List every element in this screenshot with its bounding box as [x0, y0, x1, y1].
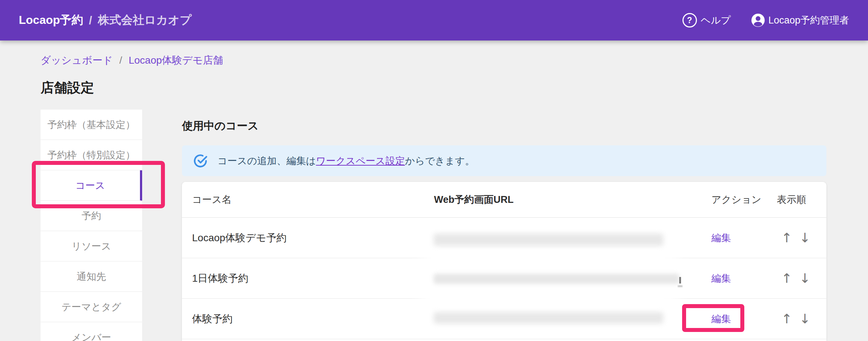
breadcrumb-separator: /	[119, 55, 122, 66]
breadcrumb-store-link[interactable]: Locaop体験デモ店舗	[129, 54, 223, 67]
table-row: 1日体験予約 編集 ↑ ↓	[182, 258, 826, 299]
table-row: 体験予約 編集 ↑ ↓	[182, 299, 826, 339]
edit-link-row-2[interactable]: 編集	[711, 273, 731, 284]
arrow-up-icon[interactable]: ↑	[781, 231, 792, 244]
column-header-course-name: コース名	[182, 193, 434, 206]
store-settings-nav: 予約枠（基本設定） 予約枠（特別設定） コース 予約 リソース 通知先 テーマと…	[41, 110, 142, 341]
user-name-label: Locaop予約管理者	[768, 14, 849, 27]
sidebar-item-reservation[interactable]: 予約	[41, 201, 142, 231]
info-banner: コースの追加、編集はワークスペース設定からできます。	[182, 145, 826, 176]
page-title: 店舗設定	[41, 79, 94, 97]
workspace-settings-link[interactable]: ワークスペース設定	[316, 155, 405, 166]
account-circle-icon	[751, 13, 765, 27]
user-menu-button[interactable]: Locaop予約管理者	[751, 13, 849, 27]
arrow-up-icon[interactable]: ↑	[781, 272, 792, 285]
arrow-up-icon[interactable]: ↑	[781, 312, 792, 325]
column-header-url: Web予約画面URL	[434, 193, 711, 206]
course-name: 1日体験予約	[182, 272, 434, 285]
column-header-action: アクション	[711, 193, 777, 206]
sidebar-item-theme-tags[interactable]: テーマとタグ	[41, 292, 142, 322]
edit-link-row-1[interactable]: 編集	[711, 233, 731, 243]
breadcrumb: ダッシュボード / Locaop体験デモ店舗	[41, 54, 223, 67]
sidebar-item-member[interactable]: メンバー	[41, 322, 142, 341]
section-heading: 使用中のコース	[182, 119, 259, 133]
edit-link-row-3[interactable]: 編集	[711, 314, 731, 324]
breadcrumb-dashboard-link[interactable]: ダッシュボード	[41, 54, 113, 67]
column-header-order: 表示順	[777, 193, 826, 206]
course-name: Locaop体験デモ予約	[182, 231, 434, 245]
check-circle-icon	[193, 153, 208, 169]
app-title: Locaop予約	[19, 12, 83, 28]
course-name: 体験予約	[182, 312, 434, 326]
app-header: Locaop予約 / 株式会社ロカオプ ? ヘルプ Locaop予約管理者	[0, 0, 868, 41]
course-table-card: コース名 Web予約画面URL アクション 表示順 Locaop体験デモ予約 編…	[182, 182, 826, 341]
brand-separator: /	[89, 14, 92, 27]
header-actions: ? ヘルプ Locaop予約管理者	[682, 13, 850, 27]
sidebar-item-resource[interactable]: リソース	[41, 231, 142, 261]
banner-text: コースの追加、編集はワークスペース設定からできます。	[217, 154, 475, 167]
sidebar-item-course[interactable]: コース	[41, 170, 142, 201]
sidebar-item-booking-slots-basic[interactable]: 予約枠（基本設定）	[41, 110, 142, 140]
arrow-down-icon[interactable]: ↓	[799, 272, 810, 285]
sidebar-item-booking-slots-special[interactable]: 予約枠（特別設定）	[41, 140, 142, 170]
arrow-down-icon[interactable]: ↓	[799, 312, 810, 325]
app-brand: Locaop予約 / 株式会社ロカオプ	[19, 12, 192, 28]
workspace-name: 株式会社ロカオプ	[98, 12, 192, 28]
arrow-down-icon[interactable]: ↓	[799, 231, 810, 244]
sidebar-item-notification[interactable]: 通知先	[41, 261, 142, 292]
table-row: Locaop体験デモ予約 編集 ↑ ↓	[182, 218, 826, 258]
help-button[interactable]: ? ヘルプ	[682, 13, 731, 27]
question-mark-icon: ?	[682, 13, 697, 27]
help-label: ヘルプ	[701, 14, 731, 27]
table-header-row: コース名 Web予約画面URL アクション 表示順	[182, 182, 826, 218]
